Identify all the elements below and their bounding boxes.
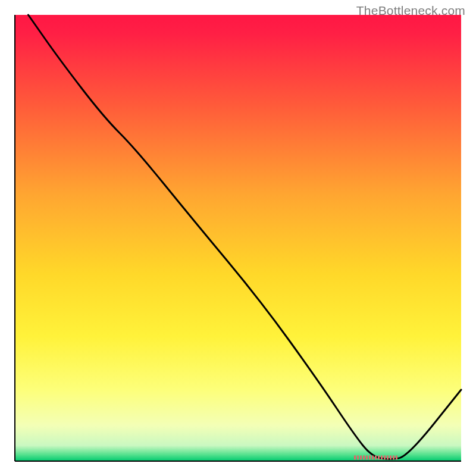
watermark-text: TheBottleneck.com [356, 4, 465, 18]
bottleneck-chart: TheBottleneck.com [0, 0, 476, 476]
gradient-background [15, 15, 461, 461]
chart-svg [0, 0, 476, 476]
